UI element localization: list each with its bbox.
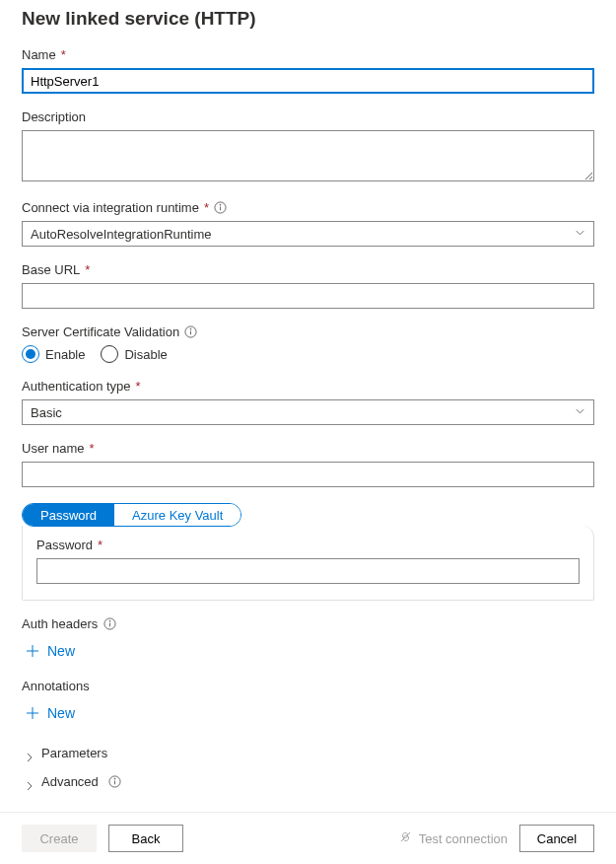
authheaders-label: Auth headers xyxy=(22,616,594,631)
caret-right-icon xyxy=(26,750,34,757)
expander-parameters[interactable]: Parameters xyxy=(22,741,594,765)
username-input[interactable] xyxy=(22,462,594,487)
create-button[interactable]: Create xyxy=(22,825,97,852)
add-authheader-button[interactable]: New xyxy=(22,637,79,665)
baseurl-label: Base URL* xyxy=(22,262,594,277)
password-label: Password* xyxy=(36,538,580,552)
username-label: User name* xyxy=(22,441,594,456)
authtype-select[interactable]: Basic xyxy=(22,399,594,425)
tab-azure-key-vault[interactable]: Azure Key Vault xyxy=(114,504,240,526)
connection-icon xyxy=(398,829,413,847)
svg-point-8 xyxy=(109,620,110,621)
password-input[interactable] xyxy=(36,558,580,584)
info-icon[interactable] xyxy=(108,775,121,788)
radio-disable[interactable]: Disable xyxy=(101,345,167,363)
page-title: New linked service (HTTP) xyxy=(22,8,594,30)
annotations-label: Annotations xyxy=(22,679,594,693)
chevron-down-icon xyxy=(575,227,585,242)
info-icon[interactable] xyxy=(103,617,116,630)
name-input[interactable] xyxy=(22,68,594,94)
back-button[interactable]: Back xyxy=(108,825,183,852)
svg-point-15 xyxy=(114,778,115,779)
runtime-select[interactable]: AutoResolveIntegrationRuntime xyxy=(22,221,594,247)
authtype-label: Authentication type* xyxy=(22,379,594,394)
chevron-down-icon xyxy=(575,405,585,420)
tab-password[interactable]: Password xyxy=(23,504,114,526)
runtime-label: Connect via integration runtime* xyxy=(22,200,594,215)
test-connection-button[interactable]: Test connection xyxy=(398,829,508,847)
baseurl-input[interactable] xyxy=(22,283,594,309)
name-label: Name* xyxy=(22,47,594,62)
certvalidation-label: Server Certificate Validation xyxy=(22,324,594,339)
cancel-button[interactable]: Cancel xyxy=(519,825,594,852)
expander-advanced[interactable]: Advanced xyxy=(22,769,594,794)
info-icon[interactable] xyxy=(214,201,227,214)
plus-icon xyxy=(26,706,39,720)
svg-point-2 xyxy=(220,204,221,205)
radio-enable[interactable]: Enable xyxy=(22,345,85,363)
info-icon[interactable] xyxy=(184,325,197,338)
plus-icon xyxy=(26,644,39,658)
add-annotation-button[interactable]: New xyxy=(22,699,79,727)
caret-right-icon xyxy=(26,778,34,786)
svg-point-5 xyxy=(190,328,191,329)
description-label: Description xyxy=(22,109,594,124)
description-textarea[interactable] xyxy=(22,130,594,181)
